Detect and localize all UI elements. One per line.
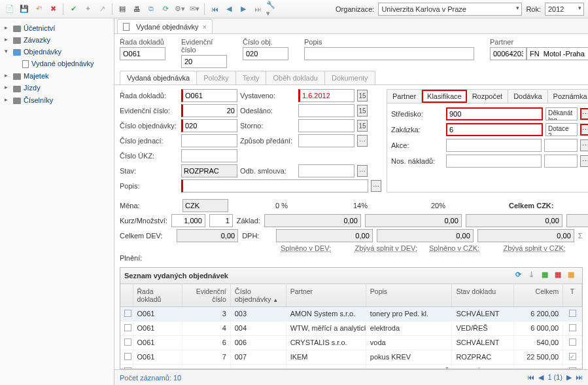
cal-vyst[interactable]: 15 — [357, 90, 368, 101]
tool-gear-icon[interactable]: ⚙▾ — [174, 3, 186, 15]
nav-objednavky[interactable]: ▾Objednávky — [0, 46, 114, 58]
rtb-stred[interactable] — [446, 107, 543, 120]
tool-delete-icon[interactable]: ✖ — [47, 3, 59, 15]
gh-rada[interactable]: Řada dokladů — [133, 284, 183, 306]
filter-partner-name[interactable] — [527, 47, 588, 60]
tab-close-icon[interactable]: × — [203, 23, 207, 31]
tool-print-icon[interactable]: 🖶 — [131, 3, 143, 15]
table-row[interactable]: O0613003AMON System s.r.o.tonery pro Ped… — [120, 307, 582, 321]
tool-share-icon[interactable]: ↗ — [96, 3, 108, 15]
tool-prev-icon[interactable]: ◀ — [223, 3, 235, 15]
pick-popis[interactable]: ⋯ — [371, 180, 381, 192]
tool-copy-icon[interactable]: ⧉ — [145, 3, 157, 15]
page-first-icon[interactable]: ⏮ — [527, 373, 534, 382]
tool-save-icon[interactable]: 💾 — [18, 3, 30, 15]
table-row[interactable]: O0618008ABILITY s.r.o.Potvrzení o studiu… — [120, 365, 582, 369]
nav-ucetnictvi[interactable]: ▸Účetnictví — [0, 22, 114, 34]
subtab-obeh[interactable]: Oběh dokladu — [266, 71, 325, 84]
tb-cjed[interactable] — [181, 134, 237, 147]
lbl-cukz: Číslo ÚKZ: — [120, 152, 179, 160]
year-combo[interactable]: 2012 — [545, 3, 584, 16]
gh-sel[interactable] — [120, 284, 133, 306]
doc-tab[interactable]: Vydané objednávky × — [117, 19, 213, 33]
nav-vydane-objednavky[interactable]: Vydané objednávky — [0, 58, 114, 70]
pick-nos[interactable]: ⋯ — [580, 155, 588, 167]
grid-tool-grid-icon[interactable]: ▦ — [542, 270, 552, 281]
pick-zak[interactable]: ⋯ — [580, 124, 588, 136]
grid-body[interactable]: O0613003AMON System s.r.o.tonery pro Ped… — [120, 307, 582, 369]
tb-kurz[interactable] — [171, 214, 205, 227]
tool-new-icon[interactable]: 📄 — [4, 3, 16, 15]
rp-tab-dodavka[interactable]: Dodávka — [508, 90, 547, 103]
pick-akce[interactable]: ⋯ — [580, 139, 588, 151]
rp-tab-rozpocet[interactable]: Rozpočet — [467, 90, 508, 103]
tb-cukz[interactable] — [181, 149, 237, 162]
rp-tab-klasifikace[interactable]: Klasifikace — [422, 90, 467, 103]
tool-mail-icon[interactable]: ✉▾ — [188, 3, 200, 15]
tb-cobj[interactable] — [181, 119, 237, 132]
rtb-zak[interactable] — [446, 123, 543, 136]
cal-odesl[interactable]: 15 — [357, 105, 368, 117]
tool-first-icon[interactable]: ⏮ — [209, 3, 220, 15]
tool-last-icon[interactable]: ⏭ — [252, 3, 264, 15]
rtb-nos[interactable] — [446, 155, 542, 168]
filter-rada-input[interactable] — [120, 47, 165, 60]
tb-storno[interactable] — [298, 119, 355, 132]
gh-popis[interactable]: Popis — [366, 284, 453, 306]
filter-partner-code[interactable] — [490, 47, 527, 60]
tool-refresh-icon[interactable]: ⟳ — [160, 3, 171, 15]
org-combo[interactable]: Univerzita Karlova v Praze — [378, 3, 522, 16]
rtb-akce[interactable] — [446, 139, 542, 152]
gh-partner[interactable]: Partner — [286, 284, 366, 306]
tool-undo-icon[interactable]: ↶ — [33, 3, 44, 15]
rdesc-akce — [544, 139, 578, 152]
rp-tab-partner[interactable]: Partner — [387, 90, 422, 103]
tb-vyst[interactable] — [298, 89, 355, 102]
subtab-vydana[interactable]: Vydaná objednávka — [120, 71, 197, 84]
tool-wand-icon[interactable]: ✦ — [82, 3, 94, 15]
filter-cislo-input[interactable] — [243, 47, 288, 60]
nav-zavazky[interactable]: ▸Závazky — [0, 34, 114, 46]
tool-wrench-icon[interactable]: 🔧▾ — [266, 3, 278, 15]
gh-celkem[interactable]: Celkem — [514, 284, 564, 306]
tool-check-icon[interactable]: ✔ — [67, 3, 79, 15]
tool-list-icon[interactable]: ▤ — [116, 3, 128, 15]
grid-tool-export-icon[interactable]: ⤓ — [528, 270, 539, 281]
page-prev-icon[interactable]: ◀ — [538, 373, 544, 382]
tb-rada[interactable] — [181, 89, 237, 102]
table-row[interactable]: O0614004WTW, měřící a analytickáelektrod… — [120, 321, 582, 336]
gh-stav[interactable]: Stav dokladu — [452, 284, 513, 306]
tb-mnoz[interactable] — [209, 214, 233, 227]
nav-majetek[interactable]: ▸Majetek — [0, 70, 114, 82]
tb-zpusob[interactable] — [298, 134, 355, 147]
year-label: Rok: — [526, 5, 541, 13]
tb-odb[interactable] — [298, 164, 355, 177]
subtab-texty[interactable]: Texty — [235, 71, 267, 84]
table-row[interactable]: O0617007IKEMpokus KREVROZPRAC22 500,00 — [120, 350, 582, 365]
page-next-icon[interactable]: ▶ — [566, 373, 572, 382]
table-row[interactable]: O0616006CRYSTALIS s.r.o.vodaSCHVÁLENT540… — [120, 336, 582, 350]
gh-t[interactable]: T — [563, 284, 582, 306]
cal-storno[interactable]: 15 — [357, 120, 368, 132]
grid-tool-cfg-icon[interactable]: ▦ — [568, 270, 578, 281]
filter-popis-input[interactable] — [304, 47, 474, 60]
lbl-zpusob: Způsob předání: — [240, 137, 296, 145]
subtab-polozky[interactable]: Položky — [196, 71, 236, 84]
pick-stred[interactable]: ⋯ — [580, 108, 588, 120]
filter-evid-input[interactable] — [181, 55, 227, 68]
tb-odesl[interactable] — [298, 104, 355, 117]
grid-tool-refresh-icon[interactable]: ⟳ — [515, 270, 526, 281]
pick-odb[interactable]: ⋯ — [357, 165, 368, 177]
gh-evid[interactable]: Evidenční číslo — [182, 284, 231, 306]
tb-evid[interactable] — [181, 104, 237, 117]
rp-tab-poznamka[interactable]: Poznámka — [548, 90, 588, 103]
nav-ciselniky[interactable]: ▸Číselníky — [0, 94, 114, 106]
nav-jizdy[interactable]: ▸Jízdy — [0, 82, 114, 94]
pick-zpusob[interactable]: ⋯ — [357, 135, 368, 147]
grid-tool-del-icon[interactable]: ▦ — [555, 270, 565, 281]
tool-next-icon[interactable]: ▶ — [237, 3, 249, 15]
gh-cobj[interactable]: Číslo objednávky ▲ — [231, 284, 286, 306]
subtab-dokumenty[interactable]: Dokumenty — [324, 71, 375, 84]
page-last-icon[interactable]: ⏭ — [576, 373, 583, 382]
tb-popis[interactable] — [181, 179, 368, 192]
